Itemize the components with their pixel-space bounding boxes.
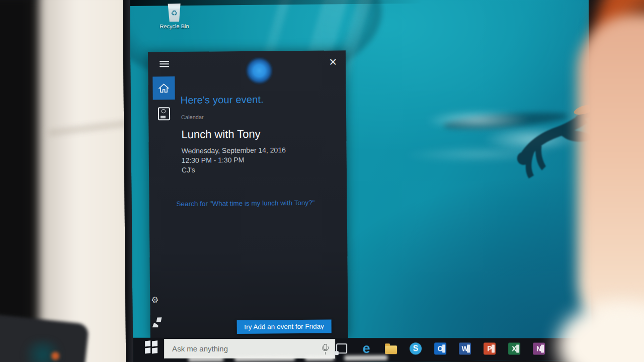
- recycle-bin-label: Recycle Bin: [156, 23, 192, 30]
- event-location: CJ's: [182, 166, 195, 174]
- settings-gear-icon[interactable]: ⚙: [151, 295, 158, 305]
- monitor-screen: Recycle Bin ✕ Here's your event. Calenda…: [123, 0, 592, 362]
- taskbar-icon-powerpoint[interactable]: P: [483, 342, 496, 355]
- photo-of-monitor: Recycle Bin ✕ Here's your event. Calenda…: [0, 0, 644, 362]
- search-suggestion-link[interactable]: Search for "What time is my lunch with T…: [177, 199, 315, 208]
- windows-logo-icon: [145, 340, 150, 346]
- event-title: Lunch with Tony: [181, 128, 261, 141]
- tooltip-text: try Add an event for Friday: [244, 323, 324, 331]
- taskbar-icon-row: e S O W P X N: [335, 342, 545, 355]
- cortana-panel: ✕ Here's your event. Calendar Lunch with…: [148, 50, 348, 339]
- taskbar-icon-task-view[interactable]: [335, 342, 348, 355]
- cortana-greeting: Here's your event.: [181, 94, 264, 106]
- microphone-icon[interactable]: [321, 344, 329, 354]
- close-icon[interactable]: ✕: [329, 57, 337, 67]
- taskbar-icon-edge[interactable]: e: [360, 342, 373, 355]
- taskbar-icon-file-explorer[interactable]: [384, 342, 397, 355]
- hamburger-menu-icon[interactable]: [159, 61, 169, 67]
- foreground-device-orange-dot: [51, 352, 59, 360]
- event-date: Wednesday, September 14, 2016: [182, 146, 286, 155]
- taskbar-icon-word[interactable]: W: [458, 342, 471, 355]
- cortana-orb-icon: [245, 56, 273, 84]
- recycle-bin-icon: [167, 4, 182, 22]
- home-icon: [158, 83, 169, 93]
- diver-silhouette: [424, 78, 592, 196]
- recycle-bin-shortcut[interactable]: Recycle Bin: [156, 4, 192, 30]
- taskbar-icon-skype[interactable]: S: [409, 342, 422, 355]
- taskbar-icon-excel[interactable]: X: [508, 342, 521, 355]
- feedback-icon[interactable]: [152, 317, 162, 327]
- search-input[interactable]: [171, 344, 321, 353]
- event-source-label: Calendar: [181, 114, 204, 120]
- start-button[interactable]: [145, 341, 158, 354]
- event-time: 12:30 PM - 1:30 PM: [182, 156, 245, 164]
- cortana-tip-tooltip[interactable]: try Add an event for Friday: [237, 319, 332, 334]
- nav-home-button[interactable]: [152, 76, 175, 100]
- person-hair-blur: [595, 0, 644, 116]
- taskbar-icon-outlook[interactable]: O: [434, 342, 447, 355]
- windows-desktop: Recycle Bin ✕ Here's your event. Calenda…: [130, 0, 592, 362]
- taskbar-icon-onenote[interactable]: N: [532, 342, 545, 355]
- notebook-icon[interactable]: [158, 107, 170, 120]
